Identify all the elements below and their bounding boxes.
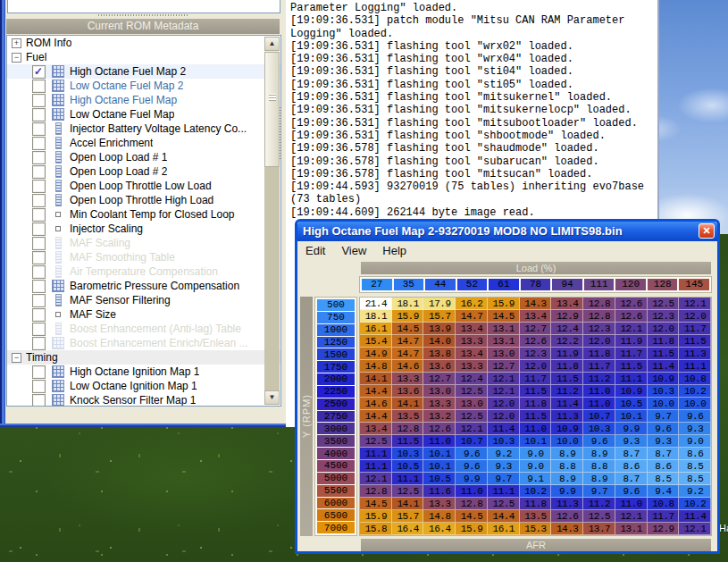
map-cell[interactable]: 11.8 xyxy=(551,360,583,373)
map-cell[interactable]: 11.7 xyxy=(583,360,615,373)
tree-item[interactable]: High Octane Ignition Map 1 xyxy=(7,365,280,379)
map-cell[interactable]: 12.1 xyxy=(679,298,711,310)
map-cell[interactable]: 8.6 xyxy=(679,448,711,460)
map-cell[interactable]: 15.3 xyxy=(520,523,552,535)
tree-item[interactable]: ✓High Octane Fuel Map 2 xyxy=(7,64,280,79)
map-cell[interactable]: 12.6 xyxy=(423,423,456,435)
map-cell[interactable]: 8.5 xyxy=(679,460,711,473)
map-cell[interactable]: 9.3 xyxy=(648,435,680,448)
close-icon[interactable]: ✕ xyxy=(699,223,715,239)
map-cell[interactable]: 8.7 xyxy=(615,473,648,485)
map-cell[interactable]: 9.3 xyxy=(488,460,520,473)
rpm-header-cell[interactable]: 7000 xyxy=(317,522,355,533)
map-cell[interactable]: 13.8 xyxy=(423,348,456,360)
map-cell[interactable]: 12.8 xyxy=(456,498,488,510)
map-cell[interactable]: 8.9 xyxy=(583,473,615,485)
checkbox[interactable] xyxy=(32,323,46,336)
checkbox[interactable] xyxy=(32,222,46,236)
map-cell[interactable]: 8.5 xyxy=(679,473,711,485)
map-cell[interactable]: 13.4 xyxy=(520,310,552,323)
rpm-header-cell[interactable]: 750 xyxy=(317,312,355,323)
map-cell[interactable]: 12.8 xyxy=(583,298,615,310)
checkbox[interactable] xyxy=(32,237,46,250)
map-cell[interactable]: 8.6 xyxy=(615,460,648,473)
checkbox[interactable] xyxy=(32,122,46,136)
map-cell[interactable]: 10.9 xyxy=(551,423,583,435)
map-cell[interactable]: 11.5 xyxy=(520,385,552,398)
map-cell[interactable]: 11.5 xyxy=(648,348,680,360)
map-cell[interactable]: 11.7 xyxy=(520,373,552,385)
map-cell[interactable]: 10.9 xyxy=(648,373,680,385)
map-cell[interactable]: 9.6 xyxy=(679,410,711,423)
rpm-header-cell[interactable]: 3500 xyxy=(317,435,355,447)
map-cell[interactable]: 18.1 xyxy=(392,298,424,310)
map-cell[interactable]: 12.4 xyxy=(456,373,488,385)
map-cell[interactable]: 13.2 xyxy=(423,410,456,423)
checkbox[interactable] xyxy=(32,165,46,179)
tree-item[interactable]: MAF Smoothing Table xyxy=(7,250,280,264)
map-cell[interactable]: 12.6 xyxy=(520,335,552,348)
map-cell[interactable]: 10.2 xyxy=(679,385,711,398)
map-cell[interactable]: 12.7 xyxy=(423,373,456,385)
map-cell[interactable]: 10.1 xyxy=(520,435,552,448)
map-cell[interactable]: 21.4 xyxy=(360,298,392,310)
map-cell[interactable]: 11.1 xyxy=(488,485,520,498)
map-cell[interactable]: 13.4 xyxy=(551,298,583,310)
map-cell[interactable]: 11.5 xyxy=(520,410,552,423)
map-cell[interactable]: 10.1 xyxy=(423,460,456,473)
map-cell[interactable]: 11.9 xyxy=(615,335,648,348)
checkbox[interactable] xyxy=(32,80,46,93)
map-cell[interactable]: 11.1 xyxy=(360,448,392,460)
checkbox[interactable] xyxy=(32,394,46,407)
map-cell[interactable]: 11.3 xyxy=(551,410,583,423)
scrollbar-track[interactable] xyxy=(264,167,280,390)
map-cell[interactable]: 8.5 xyxy=(648,473,680,485)
checkbox[interactable] xyxy=(32,380,46,393)
map-cell[interactable]: 15.9 xyxy=(456,523,488,535)
rpm-header-cell[interactable]: 1250 xyxy=(317,337,355,348)
map-cell[interactable]: 12.5 xyxy=(488,498,520,510)
map-cell[interactable]: 11.6 xyxy=(423,485,456,498)
rpm-header-cell[interactable]: 2750 xyxy=(317,411,355,423)
map-cell[interactable]: 16.4 xyxy=(423,523,456,535)
map-cell[interactable]: 14.8 xyxy=(423,510,456,523)
map-cell[interactable]: 10.9 xyxy=(615,385,648,398)
rpm-header-cell[interactable]: 2500 xyxy=(317,398,355,410)
map-cell[interactable]: 13.1 xyxy=(488,323,520,335)
map-cell[interactable]: 13.3 xyxy=(456,360,488,373)
map-cell[interactable]: 14.3 xyxy=(520,298,552,310)
rpm-header-cell[interactable]: 500 xyxy=(317,299,355,311)
map-cell[interactable]: 14.1 xyxy=(392,398,424,410)
map-cell[interactable]: 10.5 xyxy=(392,460,424,473)
map-cell[interactable]: 12.8 xyxy=(583,310,615,323)
map-cell[interactable]: 12.9 xyxy=(551,310,583,323)
load-header-cell[interactable]: 94 xyxy=(552,279,582,290)
rpm-header-cell[interactable]: 5500 xyxy=(317,485,355,497)
tree-item[interactable]: High Octane Fuel Map xyxy=(7,93,280,107)
map-cell[interactable]: 11.0 xyxy=(456,485,488,498)
map-cell[interactable]: 12.0 xyxy=(648,323,680,335)
map-cell[interactable]: 14.3 xyxy=(551,523,583,535)
rpm-header-cell[interactable]: 1000 xyxy=(317,324,355,336)
map-cell[interactable]: 15.7 xyxy=(392,510,424,523)
map-cell[interactable]: 14.6 xyxy=(360,398,392,410)
map-cell[interactable]: 13.7 xyxy=(583,523,615,535)
checkbox[interactable] xyxy=(32,94,46,107)
map-cell[interactable]: 10.5 xyxy=(423,473,456,485)
map-cell[interactable]: 12.0 xyxy=(488,398,520,410)
tree-item[interactable]: Accel Enrichment xyxy=(7,136,280,150)
map-cell[interactable]: 14.4 xyxy=(360,410,392,423)
map-cell[interactable]: 9.7 xyxy=(583,485,615,498)
map-cell[interactable]: 10.0 xyxy=(648,398,680,410)
map-cell[interactable]: 13.1 xyxy=(615,523,648,535)
tree-item[interactable]: Low Octane Ignition Map 1 xyxy=(7,379,280,393)
checkbox[interactable] xyxy=(32,251,46,264)
load-header-cell[interactable]: 27 xyxy=(362,279,392,290)
map-cell[interactable]: 10.3 xyxy=(648,385,680,398)
map-cell[interactable]: 11.0 xyxy=(520,423,552,435)
map-cell[interactable]: 12.1 xyxy=(615,323,648,335)
map-cell[interactable]: 9.6 xyxy=(456,448,488,460)
expand-toggle-icon[interactable]: + xyxy=(12,38,21,48)
map-cell[interactable]: 11.9 xyxy=(551,348,583,360)
map-cell[interactable]: 12.3 xyxy=(648,310,680,323)
